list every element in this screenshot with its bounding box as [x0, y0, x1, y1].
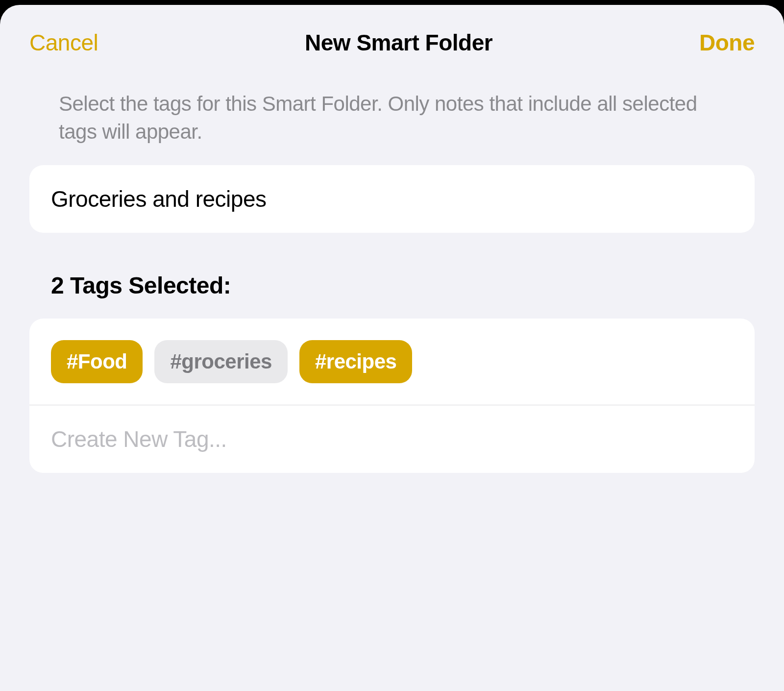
- tags-selected-heading: 2 Tags Selected:: [29, 272, 755, 319]
- cancel-button[interactable]: Cancel: [29, 29, 98, 56]
- folder-name-card: [29, 165, 755, 233]
- content-area: Select the tags for this Smart Folder. O…: [0, 75, 784, 473]
- folder-name-input[interactable]: [29, 165, 755, 233]
- create-tag-input[interactable]: [29, 405, 755, 473]
- description-text: Select the tags for this Smart Folder. O…: [29, 90, 755, 165]
- page-title: New Smart Folder: [305, 29, 492, 56]
- tag-list: #Food #groceries #recipes: [29, 319, 755, 405]
- tag-chip-food[interactable]: #Food: [51, 340, 143, 383]
- done-button[interactable]: Done: [699, 29, 755, 56]
- tag-chip-recipes[interactable]: #recipes: [299, 340, 412, 383]
- tag-chip-groceries[interactable]: #groceries: [154, 340, 287, 383]
- modal-sheet: Cancel New Smart Folder Done Select the …: [0, 5, 784, 691]
- tags-card: #Food #groceries #recipes: [29, 319, 755, 473]
- navbar: Cancel New Smart Folder Done: [0, 5, 784, 75]
